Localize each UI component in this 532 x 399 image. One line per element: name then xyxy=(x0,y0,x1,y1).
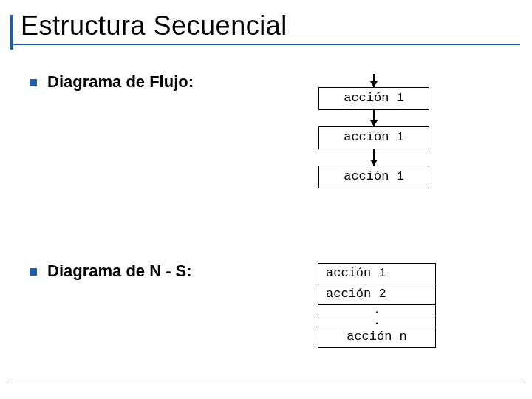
flow-box-2: acción 1 xyxy=(318,126,429,149)
bullet-label-flujo: Diagrama de Flujo: xyxy=(47,72,194,92)
bullet-square-icon xyxy=(30,79,37,86)
title-area: Estructura Secuencial xyxy=(10,10,522,45)
footer-rule xyxy=(10,381,522,381)
arrow-down-icon xyxy=(373,110,375,126)
bullet-item-ns: Diagrama de N - S: xyxy=(30,262,511,281)
bullet-label-ns: Diagrama de N - S: xyxy=(47,262,192,281)
slide: Estructura Secuencial Diagrama de Flujo:… xyxy=(0,0,532,399)
flow-box-1: acción 1 xyxy=(318,87,429,110)
ns-diagram: acción 1 acción 2 . . acción n xyxy=(318,263,436,348)
bullet-square-icon xyxy=(30,268,37,276)
accent-bar xyxy=(10,15,13,50)
ns-row-dot: . xyxy=(318,316,435,327)
flow-box-3: acción 1 xyxy=(318,166,429,188)
slide-title: Estructura Secuencial xyxy=(10,10,522,41)
flowchart: acción 1 acción 1 acción 1 xyxy=(307,74,440,188)
arrow-down-icon xyxy=(373,74,375,87)
ns-row-2: acción 2 xyxy=(318,284,435,305)
arrow-down-icon xyxy=(373,149,375,166)
title-underline xyxy=(10,44,520,45)
ns-row-1: acción 1 xyxy=(318,264,435,284)
ns-row-n: acción n xyxy=(318,327,435,347)
